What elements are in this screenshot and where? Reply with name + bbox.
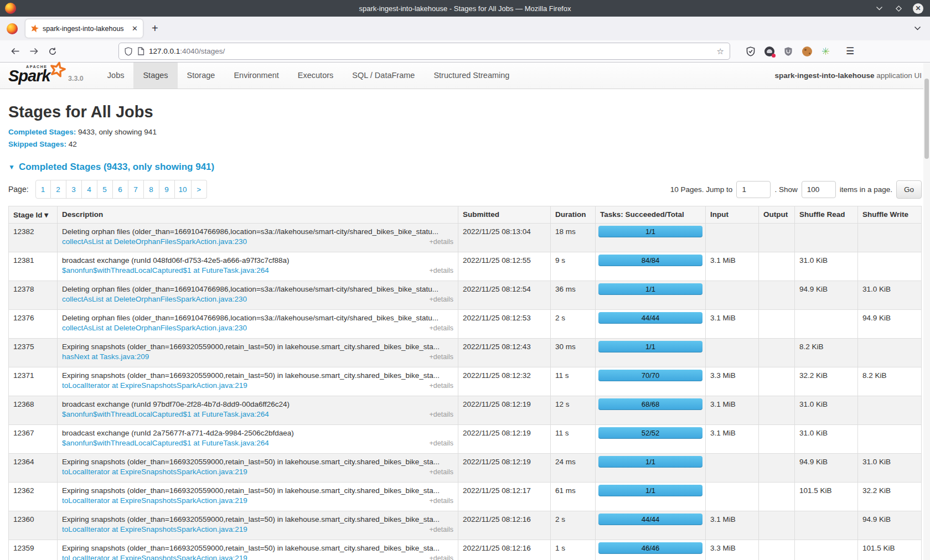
table-header-row: Stage Id ▾DescriptionSubmittedDurationTa… (9, 206, 922, 224)
page-number-button[interactable]: 6 (113, 180, 128, 199)
menu-button[interactable]: ☰ (846, 45, 854, 57)
spark-nav-tab[interactable]: Structured Streaming (424, 63, 519, 89)
stage-detail-link[interactable]: toLocalIterator at ExpireSnapshotsSparkA… (62, 525, 247, 533)
stage-detail-link[interactable]: collectAsList at DeleteOrphanFilesSparkA… (62, 324, 247, 332)
items-per-page-input[interactable] (802, 181, 836, 198)
input-cell (706, 224, 759, 252)
details-toggle[interactable]: +details (430, 411, 453, 418)
spark-nav-tab[interactable]: Environment (224, 63, 288, 89)
skipped-stages-label[interactable]: Skipped Stages: (8, 140, 66, 148)
submitted-cell: 2022/11/25 08:12:55 (458, 252, 551, 281)
shield-check-extension-icon[interactable] (745, 45, 756, 57)
details-toggle[interactable]: +details (430, 439, 453, 447)
firefox-view-button[interactable] (7, 23, 18, 34)
details-toggle[interactable]: +details (430, 238, 453, 246)
page-number-button[interactable]: 5 (97, 180, 113, 199)
details-toggle[interactable]: +details (430, 497, 453, 505)
submitted-cell: 2022/11/25 08:12:19 (458, 454, 551, 483)
page-info-icon[interactable] (137, 47, 144, 55)
spark-nav-tab[interactable]: Jobs (98, 63, 134, 89)
privacy-mask-extension-icon[interactable] (763, 45, 775, 57)
spark-nav-tab[interactable]: Stages (133, 63, 177, 89)
stage-detail-link[interactable]: $anonfun$withThreadLocalCaptured$1 at Fu… (62, 439, 269, 447)
column-header[interactable]: Submitted (458, 206, 551, 224)
window-close-button[interactable]: ✕ (913, 3, 923, 14)
details-toggle[interactable]: +details (430, 526, 453, 533)
bookmark-star-icon[interactable]: ☆ (717, 46, 724, 56)
ublock-shield-extension-icon[interactable] (782, 45, 794, 57)
jump-to-page-input[interactable] (736, 181, 771, 198)
tracking-shield-icon[interactable] (125, 47, 132, 56)
column-header[interactable]: Stage Id ▾ (9, 206, 58, 224)
browser-tab-active[interactable]: spark-ingest-into-lakehous ✕ (25, 19, 143, 38)
submitted-cell: 2022/11/25 08:12:17 (458, 483, 551, 511)
url-bar[interactable]: 127.0.0.1:4040/stages/ ☆ (118, 43, 730, 60)
completed-stages-label[interactable]: Completed Stages: (8, 128, 76, 136)
page-number-button[interactable]: 3 (66, 180, 82, 199)
tab-close-icon[interactable]: ✕ (128, 24, 138, 33)
page-number-button[interactable]: 7 (128, 180, 144, 199)
reload-button[interactable] (44, 43, 61, 60)
shuffle-read-cell (795, 540, 858, 560)
spark-version: 3.3.0 (68, 75, 84, 89)
page-number-button[interactable]: 8 (144, 180, 159, 199)
output-cell (759, 310, 795, 339)
input-cell: 3.1 MiB (706, 252, 759, 281)
forward-button[interactable] (25, 43, 42, 60)
column-header[interactable]: Description (58, 206, 458, 224)
column-header[interactable]: Input (706, 206, 759, 224)
stage-detail-link[interactable]: toLocalIterator at ExpireSnapshotsSparkA… (62, 554, 247, 560)
input-cell (706, 483, 759, 511)
stage-detail-link[interactable]: toLocalIterator at ExpireSnapshotsSparkA… (62, 496, 247, 505)
details-toggle[interactable]: +details (430, 382, 453, 390)
application-ui-label: spark-ingest-into-lakehouse application … (774, 71, 922, 80)
go-button[interactable]: Go (896, 180, 922, 199)
column-header[interactable]: Shuffle Read (795, 206, 858, 224)
new-tab-button[interactable]: + (152, 22, 158, 35)
page-number-button[interactable]: 2 (51, 180, 66, 199)
stage-detail-link[interactable]: $anonfun$withThreadLocalCaptured$1 at Fu… (62, 266, 269, 274)
show-label: . Show (774, 185, 797, 194)
stage-detail-link[interactable]: hasNext at Tasks.java:209 (62, 352, 149, 361)
tasks-cell: 52/52 (596, 425, 706, 454)
spark-nav-tab[interactable]: SQL / DataFrame (343, 63, 424, 89)
stage-table-row: 12360 Expiring snapshots (older_than=166… (9, 511, 922, 540)
column-header[interactable]: Output (759, 206, 795, 224)
details-toggle[interactable]: +details (430, 353, 453, 361)
vertical-scrollbar[interactable] (923, 63, 930, 560)
column-header[interactable]: Duration (551, 206, 596, 224)
asterisk-extension-icon[interactable]: ✳ (820, 45, 831, 57)
stage-detail-link[interactable]: toLocalIterator at ExpireSnapshotsSparkA… (62, 468, 247, 476)
details-toggle[interactable]: +details (430, 267, 453, 274)
completed-stages-section-header[interactable]: ▼ Completed Stages (9433, only showing 9… (8, 162, 922, 173)
spark-nav-tab[interactable]: Storage (178, 63, 225, 89)
details-toggle[interactable]: +details (430, 554, 453, 560)
tasks-cell: 1/1 (596, 454, 706, 483)
back-button[interactable] (7, 43, 23, 60)
window-titlebar[interactable]: spark-ingest-into-lakehouse - Stages for… (0, 0, 930, 17)
details-toggle[interactable]: +details (430, 324, 453, 332)
spark-nav-tab[interactable]: Executors (288, 63, 343, 89)
spark-logo[interactable]: APACHE Spark (8, 63, 64, 89)
input-cell (706, 339, 759, 367)
tab-list-chevron-icon[interactable] (914, 26, 921, 31)
shuffle-read-cell: 101.5 KiB (795, 483, 858, 511)
column-header[interactable]: Shuffle Write (858, 206, 922, 224)
page-number-button[interactable]: > (192, 180, 207, 199)
output-cell (759, 540, 795, 560)
window-maximize-button[interactable] (893, 3, 904, 14)
page-number-button[interactable]: 10 (175, 180, 192, 199)
cookie-extension-icon[interactable] (801, 45, 813, 57)
details-toggle[interactable]: +details (430, 295, 453, 303)
page-number-button[interactable]: 1 (35, 180, 51, 199)
page-number-button[interactable]: 4 (82, 180, 97, 199)
column-header[interactable]: Tasks: Succeeded/Total (596, 206, 706, 224)
stage-detail-link[interactable]: toLocalIterator at ExpireSnapshotsSparkA… (62, 381, 247, 390)
stage-detail-link[interactable]: collectAsList at DeleteOrphanFilesSparkA… (62, 295, 247, 303)
window-minimize-button[interactable] (874, 3, 885, 14)
details-toggle[interactable]: +details (430, 468, 453, 476)
stage-detail-link[interactable]: $anonfun$withThreadLocalCaptured$1 at Fu… (62, 410, 269, 418)
page-number-button[interactable]: 9 (159, 180, 175, 199)
scrollbar-thumb[interactable] (924, 79, 929, 159)
stage-detail-link[interactable]: collectAsList at DeleteOrphanFilesSparkA… (62, 237, 247, 246)
